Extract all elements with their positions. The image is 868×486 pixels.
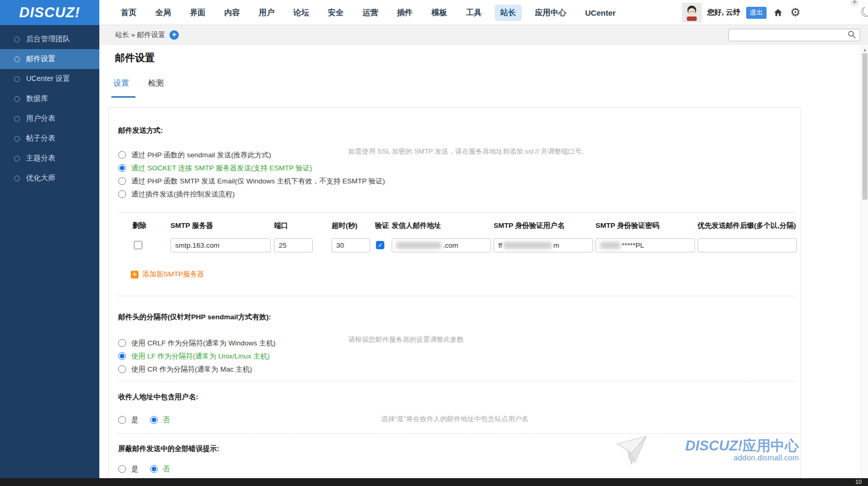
radio-option-yes[interactable]: 是 bbox=[118, 413, 139, 426]
radio-label: 通过插件发送(插件控制发送流程) bbox=[131, 190, 235, 199]
sidebar: 后台管理团队 邮件设置 UCenter 设置 数据库 用户分表 帖子分表 主题分… bbox=[0, 25, 99, 478]
nav-item-security[interactable]: 安全 bbox=[322, 5, 349, 21]
breadcrumb: 站长 » 邮件设置 bbox=[115, 30, 165, 40]
radio-option-yes[interactable]: 是 bbox=[118, 462, 139, 476]
redacted-text bbox=[600, 242, 620, 249]
circle-icon bbox=[14, 176, 20, 181]
circle-icon bbox=[14, 76, 20, 82]
nav-item-ucenter[interactable]: UCenter bbox=[579, 5, 621, 20]
auth-checkbox[interactable] bbox=[376, 241, 384, 249]
radio-icon[interactable] bbox=[118, 416, 126, 424]
nav-item-template[interactable]: 模板 bbox=[426, 5, 453, 21]
sidebar-item-label: 数据库 bbox=[26, 94, 48, 103]
radio-option-lf[interactable]: 使用 LF 作为分隔符(通常为 Unix/Linux 主机) bbox=[118, 350, 276, 363]
radio-icon-selected[interactable] bbox=[118, 352, 126, 360]
col-header-username: SMTP 身份验证用户名 bbox=[494, 221, 565, 230]
tabs: 设置 检测 bbox=[111, 78, 166, 88]
radio-option-no[interactable]: 否 bbox=[150, 413, 170, 426]
port-input[interactable] bbox=[274, 238, 313, 252]
gear-icon[interactable]: ⚙ bbox=[790, 7, 801, 18]
search-input[interactable] bbox=[729, 30, 847, 40]
send-method-options: 通过 PHP 函数的 sendmail 发送(推荐此方式) 通过 SOCKET … bbox=[118, 148, 385, 201]
nav-item-user[interactable]: 用户 bbox=[253, 5, 280, 21]
smtp-username-input[interactable]: ff m bbox=[494, 238, 593, 252]
radio-icon[interactable] bbox=[118, 190, 126, 198]
radio-icon[interactable] bbox=[118, 465, 126, 473]
username-suffix: m bbox=[553, 241, 559, 249]
sidebar-item-optimizer[interactable]: 优化大师 bbox=[0, 168, 99, 188]
radio-icon[interactable] bbox=[118, 365, 126, 373]
sidebar-item-thread-shard[interactable]: 主题分表 bbox=[0, 148, 99, 168]
add-smtp-label: 添加新SMTP服务器 bbox=[142, 270, 204, 279]
nav-item-webmaster[interactable]: 站长 bbox=[495, 5, 522, 21]
username-prefix: ff bbox=[498, 241, 502, 249]
include-username-label: 收件人地址中包含用户名: bbox=[118, 392, 198, 402]
watermark-brand: DISCUZ! bbox=[686, 438, 743, 454]
scrollbar-up-arrow[interactable]: ▲ bbox=[863, 48, 867, 52]
sidebar-item-label: 用户分表 bbox=[26, 114, 55, 123]
nav-item-home[interactable]: 首页 bbox=[115, 5, 142, 21]
radio-label: 使用 CR 作为分隔符(通常为 Mac 主机) bbox=[131, 365, 252, 374]
vertical-scrollbar[interactable]: ▲ bbox=[861, 45, 868, 478]
col-header-password: SMTP 身份验证密码 bbox=[596, 221, 659, 230]
sidebar-item-ucenter-settings[interactable]: UCenter 设置 bbox=[0, 69, 99, 89]
sidebar-item-admin-team[interactable]: 后台管理团队 bbox=[0, 29, 99, 49]
radio-option-php-smtp[interactable]: 通过 PHP 函数 SMTP 发送 Email(仅 Windows 主机下有效，… bbox=[118, 175, 385, 188]
nav-item-global[interactable]: 全局 bbox=[150, 5, 177, 21]
radio-label: 使用 CRLF 作为分隔符(通常为 Windows 主机) bbox=[131, 339, 276, 348]
priority-suffix-input[interactable] bbox=[698, 238, 797, 252]
radio-icon-selected[interactable] bbox=[118, 164, 126, 172]
breadcrumb-add-icon[interactable]: + bbox=[169, 30, 179, 40]
nav-item-content[interactable]: 内容 bbox=[219, 5, 246, 21]
include-username-help: 选择“是”将在收件人的邮件地址中包含站点用户名 bbox=[381, 414, 529, 424]
delete-checkbox[interactable] bbox=[134, 241, 142, 249]
add-smtp-server-link[interactable]: + 添加新SMTP服务器 bbox=[131, 270, 204, 279]
sender-email-input[interactable]: .com bbox=[392, 238, 491, 252]
radio-icon-selected[interactable] bbox=[150, 416, 158, 424]
sun-icon: ☀ bbox=[849, 0, 860, 9]
radio-icon[interactable] bbox=[118, 177, 126, 185]
scrollbar-thumb[interactable] bbox=[862, 53, 867, 200]
section-divider bbox=[118, 433, 796, 434]
top-nav: 首页 全局 界面 内容 用户 论坛 安全 运营 插件 模板 工具 站长 应用中心… bbox=[115, 0, 621, 25]
nav-item-operation[interactable]: 运营 bbox=[357, 5, 384, 21]
sidebar-item-database[interactable]: 数据库 bbox=[0, 89, 99, 109]
col-header-port: 端口 bbox=[274, 221, 288, 230]
radio-icon[interactable] bbox=[118, 339, 126, 347]
breadcrumb-bar: 站长 » 邮件设置 + bbox=[99, 25, 868, 45]
nav-item-appcenter[interactable]: 应用中心 bbox=[529, 5, 572, 21]
logo[interactable]: DISCUZ! bbox=[0, 0, 99, 25]
nav-item-interface[interactable]: 界面 bbox=[184, 5, 211, 21]
radio-option-cr[interactable]: 使用 CR 作为分隔符(通常为 Mac 主机) bbox=[118, 363, 276, 376]
avatar[interactable] bbox=[682, 3, 701, 22]
logout-button[interactable]: 退出 bbox=[746, 7, 767, 19]
radio-option-sendmail[interactable]: 通过 PHP 函数的 sendmail 发送(推荐此方式) bbox=[118, 148, 385, 161]
redacted-text bbox=[504, 242, 552, 249]
circle-icon bbox=[14, 136, 20, 142]
sidebar-item-mail-settings[interactable]: 邮件设置 bbox=[0, 49, 99, 69]
tab-settings[interactable]: 设置 bbox=[111, 78, 131, 88]
smtp-password-input[interactable]: *****PL bbox=[596, 238, 695, 252]
taskbar: 10 bbox=[0, 478, 868, 486]
radio-icon[interactable] bbox=[118, 151, 126, 159]
radio-option-no[interactable]: 否 bbox=[150, 462, 170, 476]
radio-option-socket-smtp[interactable]: 通过 SOCKET 连接 SMTP 服务器发送(支持 ESMTP 验证) bbox=[118, 161, 385, 175]
smtp-server-input[interactable] bbox=[170, 238, 271, 252]
nav-item-tools[interactable]: 工具 bbox=[460, 5, 487, 21]
timeout-input[interactable] bbox=[332, 238, 370, 252]
sidebar-item-user-shard[interactable]: 用户分表 bbox=[0, 109, 99, 129]
nav-item-forum[interactable]: 论坛 bbox=[288, 5, 315, 21]
header-separator-help: 请根据您邮件服务器的设置调整此参数 bbox=[348, 335, 464, 344]
main-content: 邮件设置 设置 检测 邮件发送方式: 通过 PHP 函数的 sendmail 发… bbox=[99, 45, 861, 478]
radio-icon-selected[interactable] bbox=[150, 465, 158, 473]
send-method-label: 邮件发送方式: bbox=[118, 126, 163, 135]
col-header-timeout: 超时(秒) bbox=[332, 221, 358, 230]
home-icon[interactable] bbox=[772, 7, 784, 18]
sidebar-item-post-shard[interactable]: 帖子分表 bbox=[0, 129, 99, 148]
radio-option-crlf[interactable]: 使用 CRLF 作为分隔符(通常为 Windows 主机) bbox=[118, 337, 276, 350]
nav-item-plugin[interactable]: 插件 bbox=[391, 5, 418, 21]
radio-label: 否 bbox=[163, 415, 170, 425]
radio-option-plugin[interactable]: 通过插件发送(插件控制发送流程) bbox=[118, 188, 385, 201]
search-icon[interactable] bbox=[847, 30, 858, 40]
tab-check[interactable]: 检测 bbox=[146, 78, 166, 88]
